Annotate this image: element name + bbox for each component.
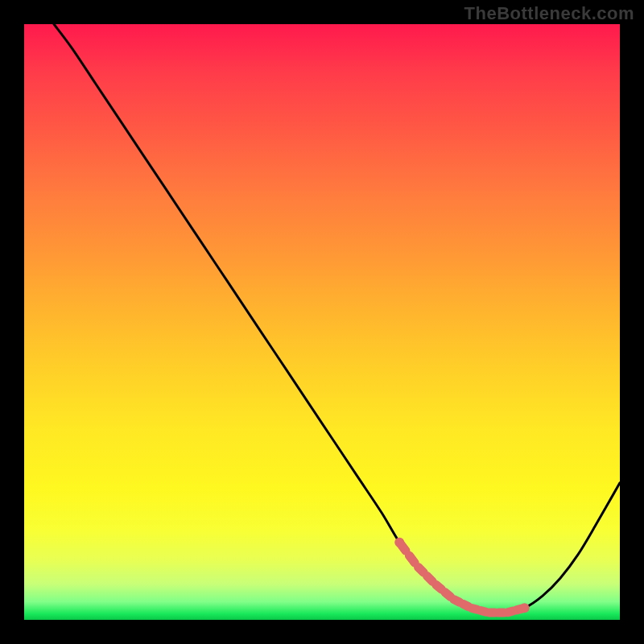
watermark-text: TheBottleneck.com	[464, 3, 634, 24]
optimal-zone-dash	[427, 576, 433, 582]
chart-plot-area	[24, 24, 620, 620]
curve-main	[54, 24, 620, 613]
optimal-zone-dash	[445, 592, 451, 597]
optimal-zone-dash	[463, 604, 469, 606]
optimal-zone-dash	[436, 585, 442, 590]
chart-svg	[24, 24, 620, 620]
optimal-zone-dash	[454, 600, 460, 602]
optimal-zone-dash	[481, 610, 486, 612]
optimal-zone-end-dot	[520, 603, 530, 613]
optimal-zone-markers	[394, 538, 529, 613]
optimal-zone-dash	[409, 555, 415, 563]
optimal-zone-dash	[472, 608, 477, 609]
optimal-zone-end-dot	[394, 538, 404, 547]
optimal-zone-dash	[508, 611, 514, 613]
optimal-zone-dash	[419, 568, 424, 573]
